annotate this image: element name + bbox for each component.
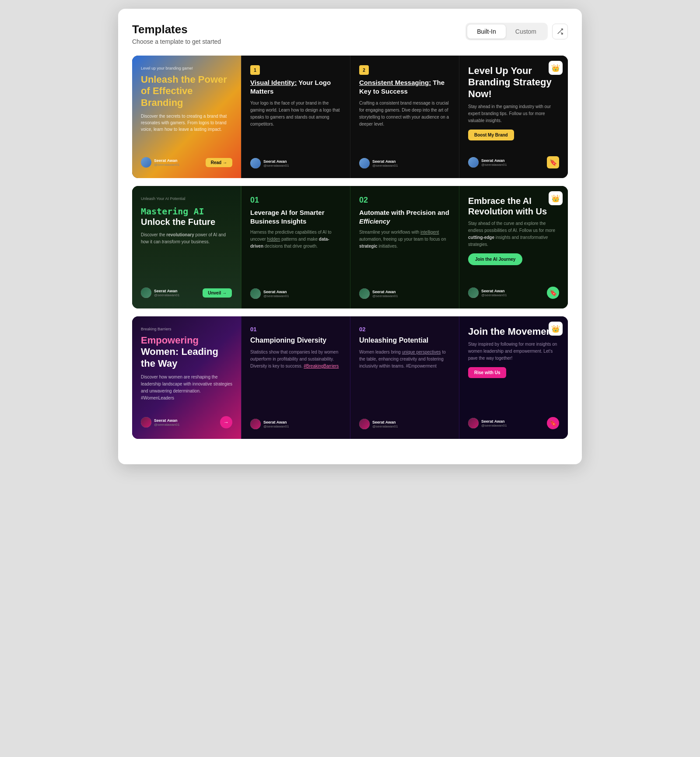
avatar xyxy=(141,157,151,168)
ai-col3-title: Automate with Precision and Efficiency xyxy=(359,208,450,225)
branding-tag: Level up your branding game! xyxy=(141,66,232,70)
ai-col2-title: Leverage AI for Smarter Business Insight… xyxy=(250,208,341,225)
header-left: Templates Choose a template to get start… xyxy=(132,23,221,45)
col2-author-row: Seerat Awan @seeratawan01 xyxy=(250,158,341,168)
ai-col3-body: Streamline your workflows with intellige… xyxy=(359,229,450,250)
ai-col2[interactable]: 01 Leverage AI for Smarter Business Insi… xyxy=(241,186,350,308)
author-info: Seerat Awan @seeratawan01 xyxy=(372,159,398,168)
col4-author-row: Seerat Awan @seeratawan01 🔖 xyxy=(468,156,559,168)
avatar xyxy=(250,419,261,429)
women-col2-body: Statistics show that companies led by wo… xyxy=(250,349,341,370)
branding-title: Unleash the Power of Effective Branding xyxy=(141,74,232,109)
join-ai-button[interactable]: Join the AI Journey xyxy=(468,253,522,265)
crown-badge: 👑 xyxy=(549,61,563,75)
tab-custom[interactable]: Custom xyxy=(506,25,546,39)
avatar xyxy=(468,157,479,168)
women-col3-body: Women leaders bring unique perspectives … xyxy=(359,349,450,370)
ai-tag: Unleash Your AI Potential xyxy=(141,196,232,201)
col3-title: Consistent Messaging: The Key to Success xyxy=(359,78,450,95)
num-badge: 2 xyxy=(359,65,369,75)
crown-badge-ai: 👑 xyxy=(549,191,563,205)
bookmark-button[interactable]: 🔖 xyxy=(547,156,559,168)
col2-title: Visual Identity: Your Logo Matters xyxy=(250,78,341,95)
ai-author-row: Seerat Awan @seeratawan01 Unveil → xyxy=(141,287,232,298)
template-row-women[interactable]: 👑 Breaking Barriers Empowering Women: Le… xyxy=(132,316,568,439)
template-row-ai[interactable]: 👑 Unleash Your AI Potential Mastering AI… xyxy=(132,186,568,308)
women-col4-author: Seerat Awan @seeratawan01 🔖 xyxy=(468,417,559,429)
ai-col3[interactable]: 02 Automate with Precision and Efficienc… xyxy=(350,186,459,308)
branding-author-row: Seerat Awan @seeratawan01 Read → xyxy=(141,157,232,168)
shuffle-button[interactable] xyxy=(552,24,568,39)
ai-col2-body: Harness the predictive capabilities of A… xyxy=(250,229,341,250)
women-col1[interactable]: Breaking Barriers Empowering Women: Lead… xyxy=(132,316,241,439)
branding-col1[interactable]: Level up your branding game! Unleash the… xyxy=(132,56,241,178)
ai-num-2: 01 xyxy=(250,196,341,205)
women-col2-title: Championing Diversity xyxy=(250,336,341,345)
women-body: Discover how women are reshaping the lea… xyxy=(141,374,232,402)
templates-modal: Templates Choose a template to get start… xyxy=(118,9,582,464)
women-col2[interactable]: 01 Championing Diversity Statistics show… xyxy=(241,316,350,439)
num-badge: 1 xyxy=(250,65,260,75)
author-info: Seerat Awan @seeratawan01 xyxy=(154,418,179,427)
ai-col3-author: Seerat Awan @seeratawan01 xyxy=(359,288,450,299)
women-col4-title: Join the Movement! xyxy=(468,326,559,337)
women-bookmark[interactable]: 🔖 xyxy=(547,417,559,429)
avatar xyxy=(359,288,370,299)
branding-col2[interactable]: 1 Visual Identity: Your Logo Matters You… xyxy=(241,56,350,178)
branding-body: Discover the secrets to creating a brand… xyxy=(141,113,232,133)
col3-author-row: Seerat Awan @seeratawan01 xyxy=(359,158,450,168)
women-col3-title: Unleashing Potential xyxy=(359,336,450,345)
ai-col2-author: Seerat Awan @seeratawan01 xyxy=(250,288,341,299)
author-info: Seerat Awan @seeratawan01 xyxy=(372,420,398,428)
women-num-3: 02 xyxy=(359,326,450,333)
women-col3[interactable]: 02 Unleashing Potential Women leaders br… xyxy=(350,316,459,439)
tab-builtin[interactable]: Built-In xyxy=(467,25,506,39)
col2-body: Your logo is the face of your brand in t… xyxy=(250,100,341,128)
avatar xyxy=(468,418,479,428)
boost-button[interactable]: Boost My Brand xyxy=(468,130,514,140)
author-info: Seerat Awan @seeratawan01 xyxy=(263,290,289,298)
avatar xyxy=(141,287,151,298)
women-num-2: 01 xyxy=(250,326,341,333)
template-row-branding[interactable]: 👑 Level up your branding game! Unleash t… xyxy=(132,56,568,178)
author-info: Seerat Awan @seeratawan01 xyxy=(263,420,289,428)
col4-body: Stay ahead in the gaming industry with o… xyxy=(468,103,559,124)
read-button[interactable]: Read → xyxy=(206,158,232,167)
ai-col4-body: Stay ahead of the curve and explore the … xyxy=(468,220,559,248)
author-info: Seerat Awan @seeratawan01 xyxy=(263,159,289,168)
women-col4-body: Stay inspired by following for more insi… xyxy=(468,341,559,362)
women-author-row: Seerat Awan @seeratawan01 → xyxy=(141,416,232,428)
ai-title: Mastering AI Unlock the Future xyxy=(141,206,232,227)
avatar xyxy=(468,287,479,298)
women-col2-author: Seerat Awan @seeratawan01 xyxy=(250,419,341,429)
avatar xyxy=(250,288,261,299)
author-info: Seerat Awan @seeratawan01 xyxy=(372,290,398,298)
author-info: Seerat Awan @seeratawan01 xyxy=(481,289,507,297)
avatar xyxy=(359,158,370,168)
col3-body: Crafting a consistent brand message is c… xyxy=(359,100,450,128)
crown-badge-women: 👑 xyxy=(549,322,563,336)
branding-col3[interactable]: 2 Consistent Messaging: The Key to Succe… xyxy=(350,56,459,178)
ai-col1[interactable]: Unleash Your AI Potential Mastering AI U… xyxy=(132,186,241,308)
author-info: Seerat Awan @seeratawan01 xyxy=(154,289,179,297)
avatar xyxy=(250,158,261,168)
women-title: Empowering Women: Leading the Way xyxy=(141,335,232,369)
ai-body: Discover the revolutionary power of AI a… xyxy=(141,231,232,245)
author-info: Seerat Awan @seeratawan01 xyxy=(481,419,507,428)
col4-title: Level Up Your Branding Strategy Now! xyxy=(468,65,559,100)
avatar xyxy=(359,419,370,429)
women-tag: Breaking Barriers xyxy=(141,327,232,331)
ai-col4-author: Seerat Awan @seeratawan01 🔖 xyxy=(468,287,559,299)
author-info: Seerat Awan @seeratawan01 xyxy=(154,158,179,167)
unveil-button[interactable]: Unveil → xyxy=(203,288,232,298)
arrow-button[interactable]: → xyxy=(220,416,232,428)
author-info: Seerat Awan @seeratawan01 xyxy=(481,158,507,167)
ai-bookmark[interactable]: 🔖 xyxy=(547,287,559,299)
rise-button[interactable]: Rise with Us xyxy=(468,367,506,378)
tab-group: Built-In Custom xyxy=(466,23,548,40)
ai-col4-title: Embrace the AI Revolution with Us xyxy=(468,196,559,217)
modal-header: Templates Choose a template to get start… xyxy=(132,23,568,45)
avatar xyxy=(141,417,151,428)
page-subtitle: Choose a template to get started xyxy=(132,38,221,45)
header-right: Built-In Custom xyxy=(466,23,568,40)
